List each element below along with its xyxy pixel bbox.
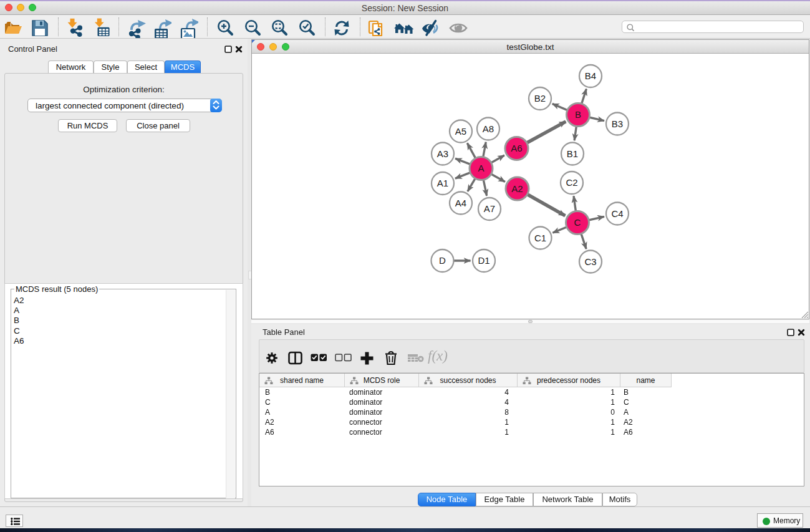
svg-text:A5: A5 [455,126,466,137]
svg-text:D: D [439,255,446,266]
svg-text:A: A [478,163,484,173]
svg-text:A3: A3 [437,148,448,159]
svg-text:C: C [574,217,581,228]
svg-text:A7: A7 [484,203,495,214]
svg-text:B1: B1 [567,148,578,159]
svg-text:A4: A4 [455,198,466,208]
svg-text:B3: B3 [612,118,623,129]
svg-text:C4: C4 [611,208,623,219]
svg-text:A2: A2 [511,183,523,194]
svg-text:B4: B4 [585,70,596,81]
svg-text:D1: D1 [478,255,489,266]
svg-text:A8: A8 [483,123,494,134]
svg-text:C3: C3 [584,256,596,267]
svg-text:C2: C2 [566,177,577,188]
svg-text:A6: A6 [511,143,522,153]
svg-text:A1: A1 [437,178,448,188]
svg-text:B: B [575,109,581,120]
svg-text:B2: B2 [534,93,546,104]
svg-text:C1: C1 [534,233,546,243]
